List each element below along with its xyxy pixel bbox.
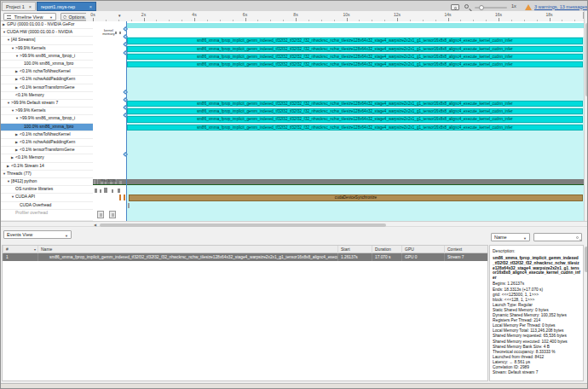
events-column-header-gpu[interactable]: GPU bbox=[401, 246, 444, 253]
kernel-bar[interactable]: sm86_xmma_fprop_implicit_gemm_indexed_tf… bbox=[127, 116, 584, 122]
cuda-api-event[interactable] bbox=[119, 194, 121, 200]
tree-row-0-1-tensortransformgene[interactable]: ▶<0.1% tensorTransformGene bbox=[1, 147, 93, 154]
events-table-row[interactable]: 1sm86_xmma_fprop_implicit_gemm_indexed_t… bbox=[3, 253, 487, 261]
timeline-track[interactable]: sm86_xmma_fprop_implicit_gemm_indexed_tf… bbox=[93, 45, 584, 53]
tree-header-dropdown-icon[interactable]: ▼ bbox=[118, 14, 121, 18]
zoom-slider-thumb[interactable] bbox=[479, 5, 484, 10]
timeline-vertical-scrollbar[interactable] bbox=[584, 11, 588, 221]
timeline-track[interactable]: sm86_xmma_fprop_implicit_gemm_indexed_tf… bbox=[93, 124, 584, 131]
tree-row-0-1-nchwtonhwckernel[interactable]: ▶<0.1% nchwToNhwcKernel bbox=[1, 68, 93, 76]
kernel-bar[interactable]: sm86_xmma_fprop_implicit_gemm_indexed_tf… bbox=[127, 108, 584, 114]
timeline-track[interactable]: 0 to 100% bbox=[93, 178, 584, 186]
os-runtime-event[interactable] bbox=[95, 189, 97, 193]
kernel-bar[interactable]: sm86_xmma_fprop_implicit_gemm_indexed_tf… bbox=[127, 125, 584, 131]
timeline-track[interactable] bbox=[93, 92, 584, 100]
tree-row-0-1-nchwaddpaddingkern[interactable]: ▶<0.1% nchwAddPaddingKern bbox=[1, 139, 93, 147]
timeline-track[interactable] bbox=[93, 131, 584, 139]
events-column-header-duration[interactable]: Duration bbox=[372, 246, 401, 253]
tree-row-cuda-hw-0000-01-00-0-nvidia[interactable]: ▼CUDA HW (0000:01:00.0 - NVIDIA bbox=[1, 29, 93, 37]
timeline-track[interactable] bbox=[93, 84, 584, 92]
tree-row-all-streams[interactable]: ▼[All Streams] bbox=[1, 37, 93, 44]
close-icon[interactable]: × bbox=[29, 3, 32, 11]
scroll-left-arrow-icon[interactable]: ◀ bbox=[94, 223, 96, 227]
kernel-bar[interactable]: sm86_xmma_fprop_implicit_gemm_indexed_tf… bbox=[127, 38, 584, 44]
tab-project[interactable]: × Project 1 bbox=[2, 2, 36, 11]
warnings-messages-link[interactable]: 3 warnings, 13 messages bbox=[534, 4, 587, 9]
tree-row-0-1-stream-14[interactable]: ▶<0.1% Stream 14 bbox=[1, 163, 93, 171]
os-runtime-event[interactable] bbox=[118, 189, 120, 193]
events-column-header-num[interactable]: # ▾ bbox=[3, 246, 37, 253]
time-ruler[interactable]: 0s2s4s6s8s10s12s14s16s18s bbox=[86, 11, 584, 21]
timeline-track[interactable] bbox=[93, 21, 584, 29]
overhead-event[interactable] bbox=[128, 203, 130, 208]
description-kernel-name: sm86_xmma_fprop_implicit_gemm_indexed_tf… bbox=[493, 256, 580, 281]
timeline-track[interactable] bbox=[93, 171, 584, 178]
screenshot-icon[interactable] bbox=[451, 4, 459, 10]
timeline-track[interactable] bbox=[93, 76, 584, 84]
tree-row-99-9-kernels[interactable]: ▼>99.9% Kernels bbox=[1, 45, 93, 53]
selection-highlight bbox=[126, 154, 584, 162]
events-search-input[interactable] bbox=[533, 233, 582, 241]
tree-row-0-1-tensortransformgene[interactable]: ▶<0.1% tensorTransformGene bbox=[1, 84, 93, 92]
timeline-track[interactable]: sm86_xmma_fprop_implicit_gemm_indexed_tf… bbox=[93, 61, 584, 68]
tree-row-0-1-memory[interactable]: <0.1% Memory bbox=[1, 92, 93, 100]
timeline-horizontal-scrollbar[interactable]: ◀ bbox=[1, 221, 588, 227]
timeline-track[interactable] bbox=[93, 147, 584, 154]
timeline-track[interactable]: sm86_xmma_fprop_implicit_gemm_indexed_tf… bbox=[93, 115, 584, 123]
tree-row-gpu-0000-01-00-0-nvidia-gefor[interactable]: ▶GPU (0000:01:00.0 - NVIDIA GeFor bbox=[1, 21, 93, 29]
timeline-track[interactable]: cudaDeviceSynchronize bbox=[93, 194, 584, 201]
timeline-track[interactable]: kernelmemory bbox=[93, 29, 584, 37]
timeline-track[interactable]: sm86_xmma_fprop_implicit_gemm_indexed_tf… bbox=[93, 37, 584, 44]
cuda-api-event[interactable] bbox=[124, 194, 125, 200]
timeline-track[interactable]: sm86_xmma_fprop_implicit_gemm_indexed_tf… bbox=[93, 100, 584, 107]
description-scrollbar[interactable] bbox=[584, 245, 588, 381]
timeline-track[interactable] bbox=[93, 186, 584, 194]
selection-highlight bbox=[126, 163, 584, 171]
ruler-tick-label: 16s bbox=[495, 12, 502, 17]
tree-row-threads-77[interactable]: ▼Threads (77) bbox=[1, 171, 93, 178]
os-runtime-event[interactable] bbox=[100, 189, 101, 193]
os-runtime-event[interactable] bbox=[112, 189, 113, 193]
tree-row-8412-python[interactable]: ▼[8412] python bbox=[1, 178, 93, 186]
tree-row-0-1-nchwaddpaddingkern[interactable]: ▶<0.1% nchwAddPaddingKern bbox=[1, 76, 93, 84]
events-column-header-name[interactable]: Name bbox=[37, 246, 337, 253]
tree-row-100-0-sm86-xmma-fpro[interactable]: 100.0% sm86_xmma_fpro bbox=[1, 124, 93, 131]
filter-field-dropdown[interactable]: ▼ Name bbox=[491, 233, 530, 241]
kernel-bar[interactable]: sm86_xmma_fprop_implicit_gemm_indexed_tf… bbox=[127, 101, 584, 107]
zoom-magnifier-icon[interactable] bbox=[464, 4, 469, 9]
tree-row-cuda-overhead[interactable]: CUDA Overhead bbox=[1, 202, 93, 210]
events-column-header-context[interactable]: Context bbox=[444, 246, 488, 253]
timeline-track[interactable] bbox=[93, 163, 584, 171]
timeline-view-dropdown[interactable]: ▼ Timeline View bbox=[3, 13, 56, 20]
events-view-dropdown[interactable]: ▼ Events View bbox=[3, 230, 72, 239]
tree-row-0-1-memory[interactable]: ▶<0.1% Memory bbox=[1, 154, 93, 162]
tree-row-99-9-default-stream-7[interactable]: ▼>99.9% Default stream 7 bbox=[1, 100, 93, 107]
ruler-tick-label: 18s bbox=[545, 12, 552, 17]
close-icon[interactable]: × bbox=[89, 3, 92, 11]
scrollbar-thumb[interactable] bbox=[100, 224, 386, 227]
thread-utilization-bar[interactable] bbox=[93, 179, 584, 185]
tree-row-0-1-nchwtonhwckernel[interactable]: ▶<0.1% nchwToNhwcKernel bbox=[1, 131, 93, 139]
tree-row-profiler-overhead[interactable]: Profiler overhead bbox=[1, 210, 93, 221]
timeline-track[interactable]: sm86_xmma_fprop_implicit_gemm_indexed_tf… bbox=[93, 53, 584, 61]
kernel-bar[interactable]: sm86_xmma_fprop_implicit_gemm_indexed_tf… bbox=[127, 61, 584, 67]
tree-row-99-9-kernels[interactable]: ▼>99.9% Kernels bbox=[1, 107, 93, 115]
tree-row-os-runtime-libraries[interactable]: OS runtime libraries bbox=[1, 186, 93, 194]
cuda-api-bar[interactable]: cudaDeviceSynchronize bbox=[129, 194, 583, 200]
timeline-track[interactable] bbox=[93, 210, 584, 221]
tree-row-99-9-sm86-xmma-fprop-i[interactable]: ▼>99.9% sm86_xmma_fprop_i bbox=[1, 115, 93, 123]
timeline-track[interactable]: sm86_xmma_fprop_implicit_gemm_indexed_tf… bbox=[93, 107, 584, 115]
kernel-bar[interactable]: sm86_xmma_fprop_implicit_gemm_indexed_tf… bbox=[127, 54, 584, 60]
tree-row-99-9-sm86-xmma-fprop-i[interactable]: ▼>99.9% sm86_xmma_fprop_i bbox=[1, 53, 93, 61]
timeline-track[interactable] bbox=[93, 202, 584, 210]
timeline-track[interactable] bbox=[93, 154, 584, 162]
timeline-track[interactable] bbox=[93, 139, 584, 147]
kernel-bar[interactable]: sm86_xmma_fprop_implicit_gemm_indexed_tf… bbox=[127, 46, 584, 52]
timeline-track[interactable] bbox=[93, 68, 584, 76]
events-column-header-start[interactable]: Start bbox=[337, 246, 372, 253]
scrollbar-thumb[interactable] bbox=[585, 247, 588, 272]
os-runtime-event[interactable] bbox=[104, 188, 107, 193]
tree-row-cuda-api[interactable]: ▼CUDA API bbox=[1, 194, 93, 201]
tree-row-100-0-sm86-xmma-fpro[interactable]: 100.0% sm86_xmma_fpro bbox=[1, 61, 93, 68]
tab-report[interactable]: × report1.nsys-rep bbox=[37, 2, 96, 11]
